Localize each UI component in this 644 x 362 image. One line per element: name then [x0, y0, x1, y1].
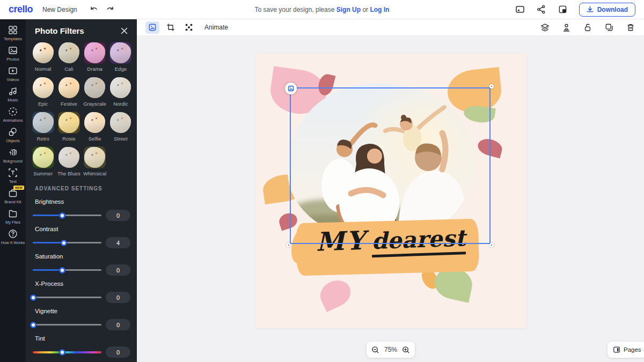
slider-thumb[interactable]: [30, 322, 36, 328]
filter-label: Rosie: [62, 136, 75, 142]
filter-thumbnail[interactable]: [58, 112, 80, 134]
zoom-level[interactable]: 75%: [384, 346, 397, 353]
sidebar-item-my-files[interactable]: My Files: [0, 208, 26, 227]
zoom-out-button[interactable]: [371, 346, 379, 354]
sidebar-item-background[interactable]: Bckground: [0, 146, 26, 166]
filter-thumbnail[interactable]: [84, 77, 106, 99]
filter-option-edge[interactable]: Edge: [109, 42, 133, 72]
filter-thumbnail[interactable]: [32, 42, 54, 64]
duplicate-icon: [605, 23, 613, 32]
filter-option-retro[interactable]: Retro: [31, 112, 55, 142]
resize-handle-bottom-left[interactable]: [287, 243, 291, 247]
resize-handle-top-right[interactable]: [489, 84, 494, 88]
slider-label: Saturation: [35, 253, 130, 260]
filter-option-cali[interactable]: Cali: [57, 42, 80, 72]
resize-handle-bottom-right[interactable]: [489, 243, 494, 247]
filter-option-summer[interactable]: Summer: [31, 146, 55, 176]
filter-thumbnail[interactable]: [58, 77, 80, 99]
sign-up-link[interactable]: Sign Up: [336, 6, 361, 13]
crop-button[interactable]: [164, 21, 178, 34]
position-button[interactable]: [561, 23, 571, 32]
filter-thumbnail[interactable]: [32, 77, 54, 99]
delete-button[interactable]: [626, 23, 635, 32]
filter-option-grayscale[interactable]: Grayscale: [83, 77, 107, 107]
slider-thumb[interactable]: [59, 212, 65, 219]
feedback-icon[interactable]: [515, 4, 525, 15]
log-in-link[interactable]: Log In: [370, 6, 389, 13]
animate-button[interactable]: Animate: [204, 24, 228, 31]
filter-option-normal[interactable]: Normal: [31, 42, 55, 72]
zoom-controls: 75%: [367, 342, 415, 358]
petal-shape: [316, 276, 355, 312]
replace-image-handle[interactable]: [285, 83, 297, 94]
sidebar-item-animations[interactable]: Animations: [0, 106, 26, 125]
filter-option-selfie[interactable]: Selfie: [83, 112, 107, 142]
filter-thumbnail[interactable]: [32, 146, 54, 168]
filter-thumbnail[interactable]: [32, 112, 54, 134]
download-label: Download: [597, 6, 628, 13]
vignette-slider[interactable]: [33, 324, 101, 326]
undo-button[interactable]: [88, 4, 100, 16]
resize-icon[interactable]: [558, 4, 568, 15]
position-icon: [562, 23, 571, 32]
slider-thumb[interactable]: [30, 294, 36, 301]
filter-thumbnail[interactable]: [109, 112, 131, 134]
slider-thumb[interactable]: [59, 267, 65, 274]
filter-option-drama[interactable]: Drama: [83, 42, 107, 72]
document-title[interactable]: New Design: [42, 6, 77, 13]
close-panel-button[interactable]: [120, 27, 128, 35]
filter-option-festive[interactable]: Festive: [57, 77, 80, 107]
filters-icon: [148, 23, 157, 32]
selection-box[interactable]: [290, 87, 491, 244]
filter-option-the-blues[interactable]: The Blues: [57, 146, 80, 176]
remove-background-icon: [185, 23, 193, 32]
filter-thumbnail[interactable]: [84, 42, 106, 64]
filter-thumbnail[interactable]: [58, 42, 80, 64]
unlock-icon: [583, 23, 592, 32]
sidebar-item-videos[interactable]: Videos: [0, 65, 26, 85]
redo-button[interactable]: [104, 4, 116, 16]
sidebar-item-photos[interactable]: Photos: [0, 45, 26, 64]
filter-thumbnail[interactable]: [84, 146, 106, 168]
canvas-workspace[interactable]: MYdearest 75% Pages: [137, 36, 644, 362]
filter-thumbnail[interactable]: [58, 146, 80, 168]
filter-thumbnail[interactable]: [109, 42, 131, 64]
duplicate-button[interactable]: [604, 23, 614, 32]
filter-option-nordic[interactable]: Nordic: [109, 77, 133, 107]
sidebar-item-text[interactable]: Text: [0, 167, 26, 187]
unlock-button[interactable]: [583, 23, 592, 32]
layers-icon: [540, 23, 550, 32]
remove-background-button[interactable]: [182, 21, 196, 34]
brightness-slider[interactable]: [33, 215, 101, 216]
sidebar-item-objects[interactable]: Objects: [0, 126, 26, 146]
photos-icon: [8, 46, 18, 55]
sidebar-item-how-it-works[interactable]: How It Works: [0, 228, 26, 248]
sidebar-item-music[interactable]: Music: [0, 85, 26, 105]
filter-option-street[interactable]: Street: [109, 112, 133, 142]
photo-filters-panel: Photo Filters Normal Cali Drama Edge Epi…: [26, 19, 137, 362]
sidebar-item-templates[interactable]: Templates: [0, 24, 26, 44]
slider-thumb[interactable]: [61, 240, 67, 246]
filter-option-whimsical[interactable]: Whimsical: [83, 146, 107, 176]
filter-thumbnail[interactable]: [84, 112, 106, 134]
zoom-in-button[interactable]: [402, 346, 410, 354]
slider-thumb[interactable]: [59, 349, 65, 356]
x-process-slider[interactable]: [33, 297, 101, 298]
tint-slider[interactable]: [33, 351, 101, 353]
design-canvas[interactable]: MYdearest: [255, 54, 526, 328]
filter-thumbnail[interactable]: [109, 77, 131, 99]
filter-option-epic[interactable]: Epic: [31, 77, 55, 107]
pages-button[interactable]: Pages: [608, 342, 644, 358]
sidebar-label: Templates: [4, 36, 22, 41]
contrast-slider[interactable]: [33, 242, 101, 243]
slider-row-contrast: Contrast 4: [33, 226, 130, 248]
filter-option-rosie[interactable]: Rosie: [57, 112, 80, 142]
share-icon[interactable]: [536, 4, 547, 15]
download-button[interactable]: Download: [579, 3, 635, 17]
crello-logo[interactable]: crello: [9, 4, 33, 15]
sidebar-item-brand-kit[interactable]: NEW Brand Kit: [0, 187, 26, 207]
saturation-slider[interactable]: [33, 269, 101, 271]
saturation-value: 0: [106, 264, 130, 276]
filters-button[interactable]: [145, 21, 159, 34]
layers-button[interactable]: [540, 23, 550, 32]
